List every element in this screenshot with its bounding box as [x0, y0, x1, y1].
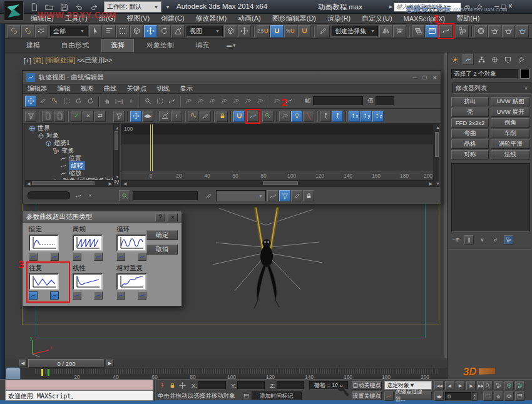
relative-repeat-in-button[interactable]	[116, 291, 125, 300]
tv-snapshot-button[interactable]: ✓	[71, 111, 82, 122]
ribbon-tab-populate[interactable]: 填充	[187, 39, 218, 51]
selection-lock-toggle[interactable]	[168, 381, 177, 390]
option-linear-thumbnail[interactable]	[73, 273, 103, 290]
time-slider-line[interactable]	[150, 124, 151, 171]
tv-key-stats-field[interactable]	[28, 191, 70, 200]
biped-y-button[interactable]: y	[361, 111, 372, 122]
pan-view-button[interactable]	[494, 391, 503, 401]
tv-isolate-curve-button[interactable]	[166, 96, 177, 107]
tv-track-set-field[interactable]	[133, 191, 198, 201]
biped-z-button[interactable]: z	[372, 111, 384, 122]
tv-filter-curves-button[interactable]	[267, 190, 279, 201]
tv-filters2-button[interactable]	[113, 111, 125, 122]
configure-modifier-sets-button[interactable]	[504, 235, 513, 245]
z-coordinate-field[interactable]	[277, 381, 304, 390]
loop-out-button[interactable]	[138, 253, 146, 261]
dialog-help-button[interactable]: ?	[155, 213, 165, 221]
option-relative-repeat-thumbnail[interactable]	[116, 273, 146, 290]
mirror-button[interactable]	[379, 25, 392, 38]
cycle-in-button[interactable]	[73, 253, 81, 261]
option-constant[interactable]: 恒定	[29, 225, 68, 260]
dialog-close-button[interactable]: ×	[168, 213, 178, 221]
menu-views[interactable]: 视图(V)	[121, 14, 156, 23]
pingpong-out-button[interactable]	[50, 291, 59, 300]
zoom-extents-button[interactable]	[504, 381, 514, 390]
option-linear[interactable]: 线性	[73, 264, 111, 300]
modifier-shell-button[interactable]: 壳	[451, 108, 489, 117]
snap-toggle-25-button[interactable]: 2.5	[257, 25, 270, 38]
track-view-close-button[interactable]: ×	[433, 74, 437, 81]
tree-horizontal-scrollbar[interactable]: ◀▶	[25, 180, 114, 186]
tab-display[interactable]	[502, 54, 513, 65]
angle-snap-toggle[interactable]	[270, 25, 284, 38]
menu-maxscript[interactable]: MAXScript(X)	[398, 15, 451, 23]
pingpong-in-button[interactable]	[29, 291, 38, 300]
tv-add-keys-button[interactable]	[49, 96, 60, 107]
spinner-snap-toggle[interactable]	[298, 25, 311, 38]
tv-break-tangents-button[interactable]	[279, 111, 290, 122]
tv-paste-controller-button[interactable]	[54, 111, 65, 122]
dialog-cancel-button[interactable]: 取消	[146, 245, 178, 255]
tv-stats-mode-button[interactable]	[73, 190, 84, 201]
graph-horizontal-scrollbar[interactable]: ◀▶	[121, 180, 434, 186]
maxscript-mini-listener-pink[interactable]	[5, 380, 153, 390]
select-object-button[interactable]	[89, 25, 102, 38]
workspace-menu-button[interactable]: ▼	[164, 1, 171, 13]
select-and-move-button[interactable]	[144, 25, 157, 38]
modifier-normal-button[interactable]: 法线	[491, 150, 530, 159]
dialog-titlebar[interactable]: 参数曲线超出范围类型 ? ×	[23, 211, 182, 223]
tv-retime-tool-button[interactable]	[73, 96, 84, 107]
option-relative-repeat[interactable]: 相对重复	[116, 264, 160, 300]
tv-delete-buffer-button[interactable]: ×	[83, 111, 94, 122]
search-expand-icon[interactable]: ▶	[389, 4, 392, 9]
key-filters-button[interactable]: 关键点过滤器...	[395, 391, 432, 400]
tv-key-brush-button[interactable]	[291, 190, 302, 201]
rendered-frame-window-button[interactable]	[502, 25, 515, 38]
tv-filters-button[interactable]	[25, 111, 36, 122]
insect-model[interactable]	[200, 197, 333, 316]
tv-selection-dropdown[interactable]: ▼	[216, 190, 266, 201]
modifier-unwrap-uvw-button[interactable]: UVW 展开	[491, 108, 530, 117]
track-view-titlebar[interactable]: 轨迹视图 - 曲线编辑器 ─ □ ×	[23, 71, 441, 84]
use-pivot-center-button[interactable]	[224, 25, 237, 38]
menu-graph-editors[interactable]: 图形编辑器(D)	[267, 14, 322, 23]
tv-snap-frames-button[interactable]	[233, 111, 245, 122]
viewport-label[interactable]: [+] [前] [明暗处理] <<已禁用>>	[24, 56, 112, 65]
render-production-button[interactable]	[516, 25, 529, 38]
tv-tangent-step-button[interactable]	[230, 96, 242, 107]
relative-repeat-out-button[interactable]	[138, 291, 146, 300]
app-logo[interactable]	[4, 1, 24, 21]
window-crossing-toggle[interactable]	[130, 25, 143, 38]
option-cycle[interactable]: 周期	[73, 225, 111, 260]
ribbon-tab-modeling[interactable]: 建模	[18, 39, 49, 51]
rectangular-selection-region-button[interactable]	[116, 25, 130, 38]
frame-spinner[interactable]: ▲▼	[472, 392, 478, 401]
keyboard-shortcut-override-toggle[interactable]	[317, 25, 330, 38]
previous-frame-button[interactable]: ◀|	[445, 381, 454, 390]
align-button[interactable]	[393, 25, 406, 38]
option-cycle-thumbnail[interactable]	[73, 235, 103, 251]
absolute-offset-toggle[interactable]	[178, 381, 187, 390]
tv-draw-curves2-button[interactable]	[200, 111, 211, 122]
constant-out-button[interactable]	[50, 253, 59, 261]
graph-vertical-scrollbar[interactable]: ▲▼	[434, 124, 439, 187]
orbit-button[interactable]	[504, 391, 514, 401]
tv-select-time-button[interactable]	[84, 96, 96, 107]
zoom-all-button[interactable]	[494, 381, 503, 390]
named-selection-sets-dropdown[interactable]: 创建选择集▼	[332, 26, 378, 37]
tree-item-world[interactable]: 世界	[25, 124, 119, 132]
reference-coordinate-dropdown[interactable]: 视图▼	[187, 26, 223, 37]
tv-lock-selection-button[interactable]	[217, 111, 228, 122]
tv-menu-editor[interactable]: 编辑器	[23, 84, 53, 93]
constant-in-button[interactable]	[29, 253, 38, 261]
tab-motion[interactable]	[489, 54, 500, 65]
listener-divider[interactable]	[154, 380, 156, 401]
tv-scale-values-button[interactable]: ↕	[171, 111, 182, 122]
out-of-range-dialog[interactable]: 参数曲线超出范围类型 ? × 恒定 周期 循环	[22, 211, 182, 306]
ribbon-toggle-button[interactable]	[426, 25, 439, 38]
modifier-list-dropdown[interactable]: 修改器列表▼	[453, 83, 531, 94]
modifier-ffd-button[interactable]: FFD 2x2x2	[451, 118, 489, 128]
track-view-window[interactable]: 轨迹视图 - 曲线编辑器 ─ □ × 编辑器 编辑 视图 曲线 关键点 切线 显…	[22, 70, 441, 204]
percent-snap-toggle[interactable]: %	[284, 25, 297, 38]
modifier-lathe-button[interactable]: 车削	[491, 129, 530, 138]
